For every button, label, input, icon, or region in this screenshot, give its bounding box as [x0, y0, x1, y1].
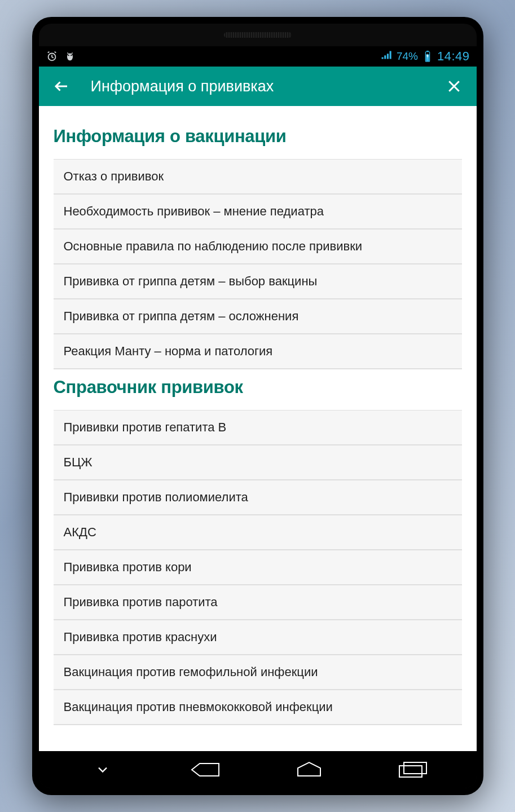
list-item[interactable]: Прививка против паротита	[54, 585, 462, 620]
status-left	[46, 50, 76, 63]
nav-home-button[interactable]	[272, 757, 346, 783]
nav-recent-icon	[397, 761, 428, 778]
battery-percent: 74%	[397, 50, 418, 63]
phone-frame: 74% 14:49 Информация о прививках Информа…	[32, 17, 483, 795]
close-icon	[446, 78, 463, 95]
alarm-icon	[46, 50, 58, 63]
info-list: Отказ о прививок Необходимость прививок …	[54, 159, 462, 369]
page-title: Информация о прививках	[91, 78, 425, 95]
chevron-down-icon	[95, 762, 111, 778]
list-item[interactable]: Прививка от гриппа детям – осложнения	[54, 299, 462, 334]
nav-recent-button[interactable]	[376, 757, 449, 783]
reference-list: Прививки против гепатита B БЦЖ Прививки …	[54, 410, 462, 725]
nav-home-icon	[293, 761, 325, 778]
section-title-reference: Справочник прививок	[54, 377, 462, 398]
app-header: Информация о прививках	[39, 67, 477, 106]
list-item[interactable]: Прививка от гриппа детям – выбор вакцины	[54, 264, 462, 299]
svg-rect-8	[404, 762, 426, 774]
status-right: 74% 14:49	[381, 49, 470, 64]
phone-speaker	[39, 24, 477, 46]
close-button[interactable]	[443, 75, 465, 98]
list-item[interactable]: Вакцинация против пневмококковой инфекци…	[54, 690, 462, 725]
status-clock: 14:49	[437, 49, 470, 64]
android-nav-bar	[39, 751, 477, 788]
signal-icon	[381, 50, 393, 63]
list-item[interactable]: Отказ о прививок	[54, 160, 462, 195]
svg-point-2	[68, 55, 69, 56]
svg-point-3	[71, 55, 72, 56]
svg-rect-5	[426, 51, 429, 52]
list-item[interactable]: Необходимость прививок – мнение педиатра	[54, 195, 462, 230]
list-item[interactable]: Основные правила по наблюдению после при…	[54, 230, 462, 264]
battery-icon	[421, 50, 434, 63]
list-item[interactable]: Вакцинация против гемофильной инфекции	[54, 655, 462, 690]
android-status-bar: 74% 14:49	[39, 46, 477, 67]
phone-screen: 74% 14:49 Информация о прививках Информа…	[39, 24, 477, 788]
list-item[interactable]: Реакция Манту – норма и патология	[54, 334, 462, 369]
list-item[interactable]: БЦЖ	[54, 445, 462, 480]
content-scroll[interactable]: Информация о вакцинации Отказ о прививок…	[39, 106, 477, 751]
back-button[interactable]	[50, 75, 73, 98]
list-item[interactable]: Прививка против кори	[54, 550, 462, 585]
nav-back-button[interactable]	[169, 757, 243, 783]
list-item[interactable]: Прививка против краснухи	[54, 620, 462, 655]
section-title-info: Информация о вакцинации	[54, 126, 462, 147]
svg-rect-7	[399, 766, 422, 777]
speaker-dotstrip	[224, 32, 292, 38]
android-debug-icon	[64, 50, 76, 63]
list-item[interactable]: АКДС	[54, 515, 462, 550]
list-item[interactable]: Прививки против полиомиелита	[54, 480, 462, 515]
svg-point-1	[67, 54, 72, 61]
nav-back-icon	[190, 761, 222, 778]
nav-menu-button[interactable]	[66, 757, 139, 783]
arrow-left-icon	[53, 78, 70, 95]
list-item[interactable]: Прививки против гепатита B	[54, 411, 462, 445]
